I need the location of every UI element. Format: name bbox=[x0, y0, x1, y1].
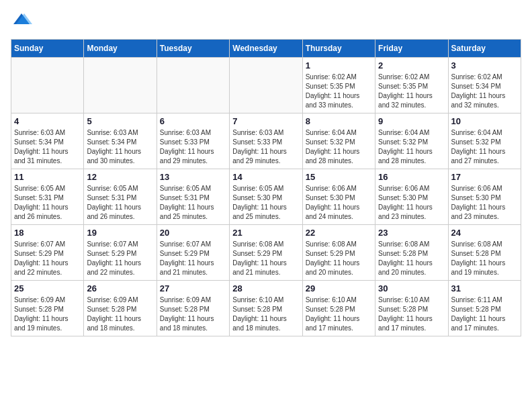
calendar-cell: 23Sunrise: 6:08 AM Sunset: 5:28 PM Dayli… bbox=[375, 225, 448, 281]
day-info: Sunrise: 6:09 AM Sunset: 5:28 PM Dayligh… bbox=[14, 295, 81, 333]
calendar-cell: 1Sunrise: 6:02 AM Sunset: 5:35 PM Daylig… bbox=[302, 58, 375, 113]
day-number: 15 bbox=[306, 172, 372, 182]
day-number: 18 bbox=[14, 228, 81, 238]
day-info: Sunrise: 6:09 AM Sunset: 5:28 PM Dayligh… bbox=[87, 295, 153, 333]
day-number: 20 bbox=[160, 228, 226, 238]
day-number: 14 bbox=[232, 172, 299, 182]
day-number: 13 bbox=[160, 172, 226, 182]
day-number: 1 bbox=[306, 60, 372, 71]
calendar-cell: 30Sunrise: 6:10 AM Sunset: 5:28 PM Dayli… bbox=[375, 281, 448, 336]
day-number: 6 bbox=[160, 116, 226, 126]
calendar-cell: 10Sunrise: 6:04 AM Sunset: 5:32 PM Dayli… bbox=[448, 113, 521, 169]
calendar-cell: 5Sunrise: 6:03 AM Sunset: 5:34 PM Daylig… bbox=[84, 113, 157, 169]
day-info: Sunrise: 6:10 AM Sunset: 5:28 PM Dayligh… bbox=[232, 295, 299, 333]
day-header-friday: Friday bbox=[375, 40, 448, 58]
calendar-cell bbox=[11, 58, 84, 113]
calendar-cell: 4Sunrise: 6:03 AM Sunset: 5:34 PM Daylig… bbox=[11, 113, 84, 169]
day-number: 16 bbox=[378, 172, 445, 182]
logo bbox=[11, 11, 35, 32]
day-info: Sunrise: 6:04 AM Sunset: 5:32 PM Dayligh… bbox=[451, 128, 518, 166]
calendar-cell: 22Sunrise: 6:08 AM Sunset: 5:29 PM Dayli… bbox=[302, 225, 375, 281]
day-number: 30 bbox=[378, 283, 445, 293]
day-number: 12 bbox=[87, 172, 153, 182]
day-info: Sunrise: 6:05 AM Sunset: 5:30 PM Dayligh… bbox=[232, 184, 299, 222]
calendar-cell: 28Sunrise: 6:10 AM Sunset: 5:28 PM Dayli… bbox=[230, 281, 302, 336]
calendar-cell: 29Sunrise: 6:10 AM Sunset: 5:28 PM Dayli… bbox=[302, 281, 375, 336]
calendar-cell: 19Sunrise: 6:07 AM Sunset: 5:29 PM Dayli… bbox=[84, 225, 157, 281]
day-number: 9 bbox=[378, 116, 445, 126]
day-info: Sunrise: 6:07 AM Sunset: 5:29 PM Dayligh… bbox=[14, 240, 81, 277]
day-header-sunday: Sunday bbox=[11, 40, 84, 58]
calendar-week-row: 1Sunrise: 6:02 AM Sunset: 5:35 PM Daylig… bbox=[11, 58, 521, 113]
calendar-cell: 20Sunrise: 6:07 AM Sunset: 5:29 PM Dayli… bbox=[157, 225, 229, 281]
calendar-cell: 9Sunrise: 6:04 AM Sunset: 5:32 PM Daylig… bbox=[375, 113, 448, 169]
day-header-thursday: Thursday bbox=[302, 40, 375, 58]
day-number: 24 bbox=[451, 228, 518, 238]
day-number: 28 bbox=[232, 283, 299, 293]
day-info: Sunrise: 6:09 AM Sunset: 5:28 PM Dayligh… bbox=[160, 295, 226, 333]
calendar-cell: 21Sunrise: 6:08 AM Sunset: 5:29 PM Dayli… bbox=[230, 225, 302, 281]
calendar: SundayMondayTuesdayWednesdayThursdayFrid… bbox=[11, 39, 521, 336]
day-number: 31 bbox=[451, 283, 518, 293]
day-info: Sunrise: 6:06 AM Sunset: 5:30 PM Dayligh… bbox=[451, 184, 518, 222]
day-info: Sunrise: 6:05 AM Sunset: 5:31 PM Dayligh… bbox=[87, 184, 153, 222]
calendar-week-row: 4Sunrise: 6:03 AM Sunset: 5:34 PM Daylig… bbox=[11, 113, 521, 169]
day-info: Sunrise: 6:08 AM Sunset: 5:28 PM Dayligh… bbox=[378, 240, 445, 277]
day-number: 11 bbox=[14, 172, 81, 182]
day-number: 8 bbox=[306, 116, 372, 126]
day-info: Sunrise: 6:03 AM Sunset: 5:33 PM Dayligh… bbox=[232, 128, 299, 166]
day-info: Sunrise: 6:05 AM Sunset: 5:31 PM Dayligh… bbox=[14, 184, 81, 222]
day-number: 21 bbox=[232, 228, 299, 238]
calendar-cell: 8Sunrise: 6:04 AM Sunset: 5:32 PM Daylig… bbox=[302, 113, 375, 169]
day-number: 29 bbox=[306, 283, 372, 293]
day-number: 23 bbox=[378, 228, 445, 238]
calendar-cell: 25Sunrise: 6:09 AM Sunset: 5:28 PM Dayli… bbox=[11, 281, 84, 336]
day-info: Sunrise: 6:06 AM Sunset: 5:30 PM Dayligh… bbox=[306, 184, 372, 222]
day-number: 5 bbox=[87, 116, 153, 126]
day-info: Sunrise: 6:02 AM Sunset: 5:35 PM Dayligh… bbox=[378, 73, 445, 110]
day-info: Sunrise: 6:02 AM Sunset: 5:34 PM Dayligh… bbox=[451, 73, 518, 110]
calendar-cell bbox=[157, 58, 229, 113]
calendar-cell: 16Sunrise: 6:06 AM Sunset: 5:30 PM Dayli… bbox=[375, 169, 448, 225]
day-number: 3 bbox=[451, 60, 518, 71]
day-number: 25 bbox=[14, 283, 81, 293]
day-info: Sunrise: 6:04 AM Sunset: 5:32 PM Dayligh… bbox=[306, 128, 372, 166]
day-number: 2 bbox=[378, 60, 445, 71]
calendar-cell: 6Sunrise: 6:03 AM Sunset: 5:33 PM Daylig… bbox=[157, 113, 229, 169]
day-number: 17 bbox=[451, 172, 518, 182]
day-header-tuesday: Tuesday bbox=[157, 40, 229, 58]
day-info: Sunrise: 6:07 AM Sunset: 5:29 PM Dayligh… bbox=[87, 240, 153, 277]
calendar-cell: 26Sunrise: 6:09 AM Sunset: 5:28 PM Dayli… bbox=[84, 281, 157, 336]
calendar-cell bbox=[230, 58, 302, 113]
calendar-cell: 3Sunrise: 6:02 AM Sunset: 5:34 PM Daylig… bbox=[448, 58, 521, 113]
calendar-cell: 11Sunrise: 6:05 AM Sunset: 5:31 PM Dayli… bbox=[11, 169, 84, 225]
day-info: Sunrise: 6:02 AM Sunset: 5:35 PM Dayligh… bbox=[306, 73, 372, 110]
calendar-cell: 18Sunrise: 6:07 AM Sunset: 5:29 PM Dayli… bbox=[11, 225, 84, 281]
day-number: 27 bbox=[160, 283, 226, 293]
calendar-cell: 24Sunrise: 6:08 AM Sunset: 5:28 PM Dayli… bbox=[448, 225, 521, 281]
calendar-week-row: 18Sunrise: 6:07 AM Sunset: 5:29 PM Dayli… bbox=[11, 225, 521, 281]
day-info: Sunrise: 6:08 AM Sunset: 5:29 PM Dayligh… bbox=[306, 240, 372, 277]
day-info: Sunrise: 6:03 AM Sunset: 5:34 PM Dayligh… bbox=[14, 128, 81, 166]
calendar-cell bbox=[84, 58, 157, 113]
day-info: Sunrise: 6:08 AM Sunset: 5:28 PM Dayligh… bbox=[451, 240, 518, 277]
calendar-header-row: SundayMondayTuesdayWednesdayThursdayFrid… bbox=[11, 40, 521, 58]
day-info: Sunrise: 6:10 AM Sunset: 5:28 PM Dayligh… bbox=[306, 295, 372, 333]
calendar-week-row: 25Sunrise: 6:09 AM Sunset: 5:28 PM Dayli… bbox=[11, 281, 521, 336]
day-number: 7 bbox=[232, 116, 299, 126]
day-number: 22 bbox=[306, 228, 372, 238]
calendar-cell: 12Sunrise: 6:05 AM Sunset: 5:31 PM Dayli… bbox=[84, 169, 157, 225]
logo-icon bbox=[11, 11, 32, 32]
calendar-cell: 2Sunrise: 6:02 AM Sunset: 5:35 PM Daylig… bbox=[375, 58, 448, 113]
calendar-cell: 17Sunrise: 6:06 AM Sunset: 5:30 PM Dayli… bbox=[448, 169, 521, 225]
day-header-wednesday: Wednesday bbox=[230, 40, 302, 58]
day-info: Sunrise: 6:06 AM Sunset: 5:30 PM Dayligh… bbox=[378, 184, 445, 222]
calendar-cell: 14Sunrise: 6:05 AM Sunset: 5:30 PM Dayli… bbox=[230, 169, 302, 225]
calendar-cell: 27Sunrise: 6:09 AM Sunset: 5:28 PM Dayli… bbox=[157, 281, 229, 336]
day-info: Sunrise: 6:05 AM Sunset: 5:31 PM Dayligh… bbox=[160, 184, 226, 222]
day-header-monday: Monday bbox=[84, 40, 157, 58]
calendar-cell: 15Sunrise: 6:06 AM Sunset: 5:30 PM Dayli… bbox=[302, 169, 375, 225]
day-header-saturday: Saturday bbox=[448, 40, 521, 58]
calendar-cell: 7Sunrise: 6:03 AM Sunset: 5:33 PM Daylig… bbox=[230, 113, 302, 169]
day-number: 4 bbox=[14, 116, 81, 126]
